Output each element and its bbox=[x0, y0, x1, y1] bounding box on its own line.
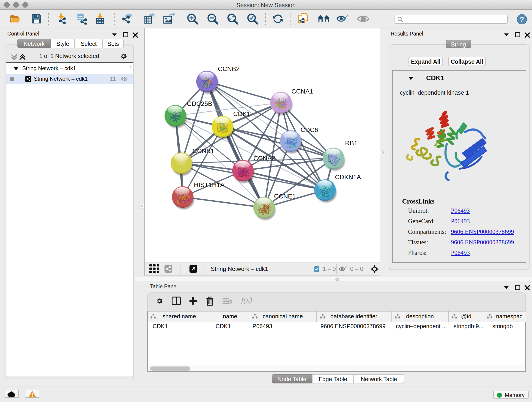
svg-text:CCNA1: CCNA1 bbox=[291, 88, 313, 95]
svg-text:CCNB1: CCNB1 bbox=[192, 147, 214, 154]
svg-text:CDK1: CDK1 bbox=[233, 110, 250, 117]
svg-text:CCNB2: CCNB2 bbox=[218, 65, 240, 72]
svg-text:CCNA2: CCNA2 bbox=[253, 155, 275, 162]
svg-text:RB1: RB1 bbox=[345, 140, 357, 147]
svg-text:CDC6: CDC6 bbox=[301, 126, 318, 133]
svg-text:CDKN1A: CDKN1A bbox=[335, 173, 361, 181]
svg-text:HIST1H1A: HIST1H1A bbox=[194, 181, 225, 188]
svg-text:CCNE1: CCNE1 bbox=[274, 193, 296, 200]
svg-text:CDC25B: CDC25B bbox=[187, 100, 212, 107]
